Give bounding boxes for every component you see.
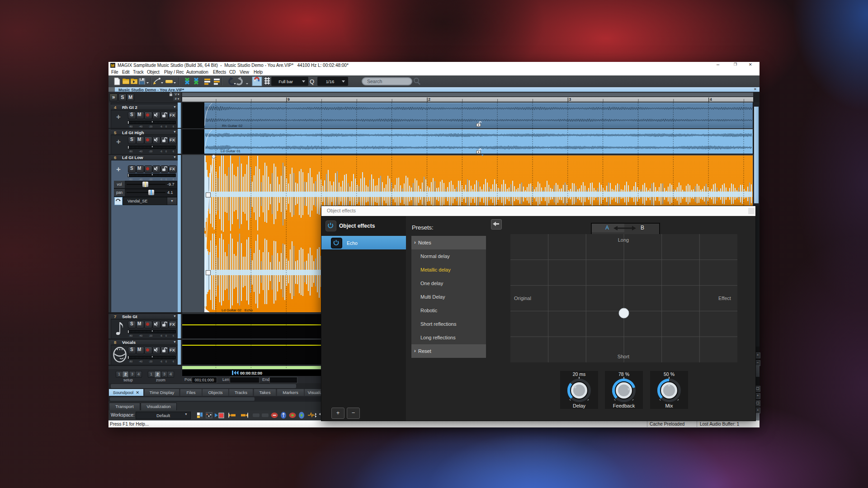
svg-text:-80: -80 xyxy=(129,360,132,363)
svg-text:-6: -6 xyxy=(160,360,162,363)
svg-text:4: 4 xyxy=(710,97,712,102)
svg-text:-40: -40 xyxy=(139,125,142,128)
svg-text:-6: -6 xyxy=(160,178,162,181)
svg-text:-40: -40 xyxy=(139,178,142,181)
svg-text:6: 6 xyxy=(173,178,174,181)
svg-text:-20: -20 xyxy=(149,178,152,181)
svg-text:-20: -20 xyxy=(149,360,152,363)
svg-text:9: 9 xyxy=(288,97,290,102)
svg-text:6: 6 xyxy=(173,150,174,153)
svg-text:-80: -80 xyxy=(129,125,132,128)
svg-text:-80: -80 xyxy=(129,150,132,153)
svg-text:1/16: 1/16 xyxy=(326,79,335,84)
svg-text:Full bar: Full bar xyxy=(278,79,293,84)
svg-text:0: 0 xyxy=(165,125,167,128)
svg-text:-20: -20 xyxy=(149,125,152,128)
svg-text:2: 2 xyxy=(428,97,430,102)
svg-text:6: 6 xyxy=(173,334,174,337)
svg-text:-20: -20 xyxy=(149,150,152,153)
svg-text:-6: -6 xyxy=(160,150,162,153)
svg-text:-40: -40 xyxy=(139,334,142,337)
svg-text:0: 0 xyxy=(165,150,167,153)
svg-text:0: 0 xyxy=(165,360,167,363)
svg-text:-6: -6 xyxy=(160,125,162,128)
svg-text:0: 0 xyxy=(165,178,167,181)
svg-text:-80: -80 xyxy=(129,334,132,337)
svg-text:-20: -20 xyxy=(149,334,152,337)
svg-text:6: 6 xyxy=(173,125,174,128)
svg-text:-40: -40 xyxy=(139,150,142,153)
svg-text:Q: Q xyxy=(310,78,314,85)
svg-text:3: 3 xyxy=(569,97,571,102)
svg-text:-6: -6 xyxy=(160,334,162,337)
svg-text:6: 6 xyxy=(173,360,174,363)
svg-text:Search: Search xyxy=(367,79,382,84)
svg-text:-40: -40 xyxy=(139,360,142,363)
svg-text:0: 0 xyxy=(165,334,167,337)
svg-text:-80: -80 xyxy=(129,178,132,181)
